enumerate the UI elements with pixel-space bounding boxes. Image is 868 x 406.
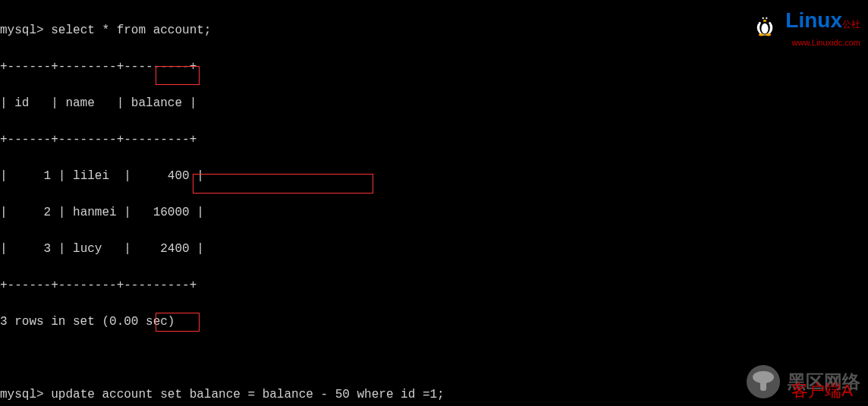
- svg-point-4: [762, 17, 763, 19]
- mysql-prompt: mysql>: [0, 24, 44, 37]
- mushroom-icon: [745, 364, 782, 400]
- svg-point-7: [759, 33, 764, 36]
- table-row: | 3 | lucy | 2400 |: [0, 240, 868, 258]
- sql-query: update account set: [51, 388, 182, 401]
- table-separator: +------+--------+---------+: [0, 58, 868, 76]
- penguin-icon: [754, 12, 775, 36]
- result-message: 3 rows in set (0.00 sec): [0, 313, 868, 331]
- svg-point-8: [766, 33, 771, 36]
- blank-line: [0, 349, 868, 367]
- sql-query: select * from account;: [51, 24, 211, 37]
- table-header: | id | name | balance |: [0, 94, 868, 112]
- terminal-output: mysql> select * from account; +------+--…: [0, 3, 868, 406]
- linux-logo: Linux公社 www.Linuxidc.com: [754, 5, 860, 49]
- table-separator: +------+--------+---------+: [0, 276, 868, 294]
- table-row: | 1 | lilei | 400 |: [0, 167, 868, 185]
- sql-highlight: balance = balance - 50: [182, 388, 357, 401]
- table-separator: +------+--------+---------+: [0, 131, 868, 149]
- table-row: | 2 | hanmei | 16000 |: [0, 203, 868, 222]
- sql-query: where id =1;: [357, 388, 444, 401]
- mysql-prompt: mysql>: [0, 388, 44, 401]
- svg-point-5: [766, 17, 767, 19]
- client-label: 客户端A: [791, 378, 853, 403]
- prompt-line[interactable]: mysql> select * from account;: [0, 21, 868, 39]
- logo-text: Linux: [785, 8, 842, 32]
- svg-rect-11: [760, 380, 766, 391]
- logo-subtitle: 公社: [842, 19, 860, 30]
- svg-point-6: [763, 20, 766, 22]
- svg-point-3: [761, 24, 768, 34]
- prompt-line[interactable]: mysql> update account set balance = bala…: [0, 386, 868, 404]
- logo-url: www.Linuxidc.com: [754, 36, 860, 49]
